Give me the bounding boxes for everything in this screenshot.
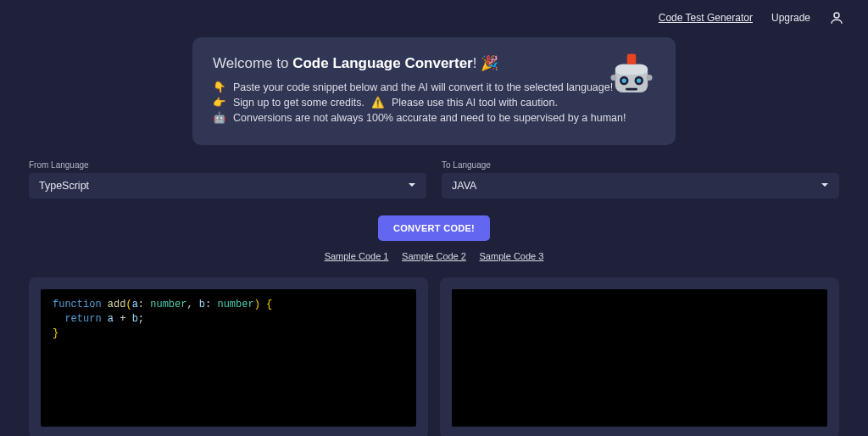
svg-point-10 (647, 75, 653, 81)
robot-illustration-icon (608, 51, 655, 98)
welcome-line-3: 🤖 Conversions are not always 100% accura… (213, 111, 655, 124)
to-language-label: To Language (442, 160, 839, 170)
user-icon[interactable] (829, 10, 844, 25)
pointing-right-icon: 👉 (213, 96, 226, 109)
upgrade-link[interactable]: Upgrade (771, 12, 810, 24)
svg-rect-2 (615, 64, 648, 75)
svg-rect-8 (626, 88, 637, 91)
chevron-down-icon (408, 180, 416, 192)
sample-links: Sample Code 1 Sample Code 2 Sample Code … (0, 249, 868, 262)
code-panels: function add(a: number, b: number) { ret… (0, 277, 868, 436)
chevron-down-icon (821, 180, 829, 192)
to-language-select[interactable]: JAVA (442, 173, 839, 198)
warning-icon: ⚠️ (371, 96, 385, 109)
pointing-down-icon: 👇 (213, 81, 226, 93)
to-language-value: JAVA (452, 180, 476, 192)
from-language-label: From Language (29, 160, 426, 170)
from-language-value: TypeScript (39, 180, 89, 192)
convert-button[interactable]: CONVERT CODE! (378, 215, 490, 241)
convert-wrap: CONVERT CODE! (0, 215, 868, 241)
output-panel (440, 277, 839, 436)
sample-code-2-link[interactable]: Sample Code 2 (402, 251, 466, 261)
from-language-col: From Language TypeScript (29, 160, 426, 198)
language-selectors: From Language TypeScript To Language JAV… (0, 160, 868, 198)
svg-point-7 (637, 78, 641, 82)
svg-point-0 (834, 13, 839, 18)
from-language-select[interactable]: TypeScript (29, 173, 426, 198)
sample-code-3-link[interactable]: Sample Code 3 (480, 251, 544, 261)
welcome-title: Welcome to Code Language Converter! 🎉 (213, 54, 655, 72)
to-language-col: To Language JAVA (442, 160, 839, 198)
code-test-generator-link[interactable]: Code Test Generator (659, 12, 753, 24)
welcome-card: Welcome to Code Language Converter! 🎉 👇 … (192, 37, 676, 145)
sample-code-1-link[interactable]: Sample Code 1 (325, 251, 389, 261)
svg-rect-3 (627, 54, 637, 64)
svg-point-5 (622, 78, 626, 82)
welcome-line-1: 👇 Paste your code snippet below and the … (213, 81, 655, 93)
output-code-editor[interactable] (452, 289, 827, 427)
source-panel: function add(a: number, b: number) { ret… (29, 277, 428, 436)
source-code-editor[interactable]: function add(a: number, b: number) { ret… (41, 289, 416, 427)
svg-point-9 (611, 75, 617, 81)
top-nav: Code Test Generator Upgrade (0, 0, 868, 32)
welcome-line-2: 👉 Sign up to get some credits. ⚠️ Please… (213, 96, 655, 109)
robot-emoji-icon: 🤖 (213, 111, 226, 124)
